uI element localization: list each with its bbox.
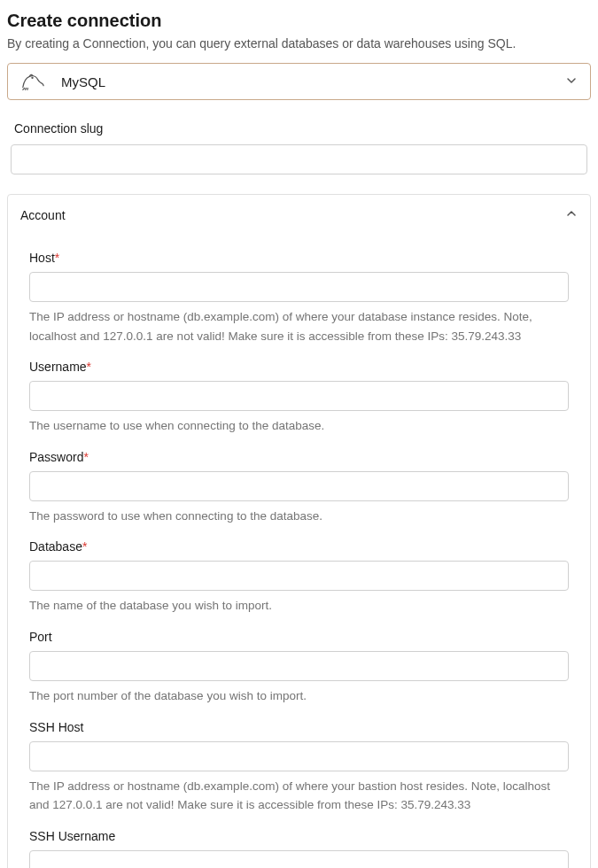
account-panel: Account Host* The IP address or hostname…: [7, 194, 591, 868]
ssh-username-input[interactable]: [29, 850, 569, 868]
chevron-up-icon: [565, 207, 578, 222]
database-help: The name of the database you wish to imp…: [29, 596, 569, 616]
username-help: The username to use when connecting to t…: [29, 416, 569, 436]
username-input[interactable]: [29, 381, 569, 411]
host-help: The IP address or hostname (db.example.c…: [29, 307, 569, 345]
password-label: Password*: [29, 450, 569, 464]
account-panel-title: Account: [20, 208, 66, 222]
ssh-host-help: The IP address or hostname (db.example.c…: [29, 777, 569, 815]
page-title: Create connection: [7, 11, 591, 31]
host-input[interactable]: [29, 272, 569, 302]
database-label: Database*: [29, 539, 569, 554]
ssh-host-input[interactable]: [29, 741, 569, 771]
port-input[interactable]: [29, 651, 569, 681]
password-input[interactable]: [29, 471, 569, 501]
password-help: The password to use when connecting to t…: [29, 507, 569, 526]
host-label: Host*: [29, 251, 569, 265]
port-label: Port: [29, 630, 569, 644]
connection-slug-label: Connection slug: [11, 121, 587, 136]
username-label: Username*: [29, 360, 569, 374]
chevron-down-icon: [565, 74, 578, 89]
ssh-host-label: SSH Host: [29, 720, 569, 734]
database-type-label: MySQL: [61, 74, 105, 89]
database-type-select[interactable]: MySQL: [7, 63, 591, 100]
svg-point-0: [32, 77, 33, 78]
ssh-username-label: SSH Username: [29, 829, 569, 843]
page-subtitle: By creating a Connection, you can query …: [7, 36, 591, 50]
database-input[interactable]: [29, 561, 569, 591]
account-panel-header[interactable]: Account: [8, 195, 590, 235]
port-help: The port number of the database you wish…: [29, 686, 569, 706]
connection-slug-input[interactable]: [11, 144, 587, 174]
mysql-icon: [20, 73, 45, 90]
